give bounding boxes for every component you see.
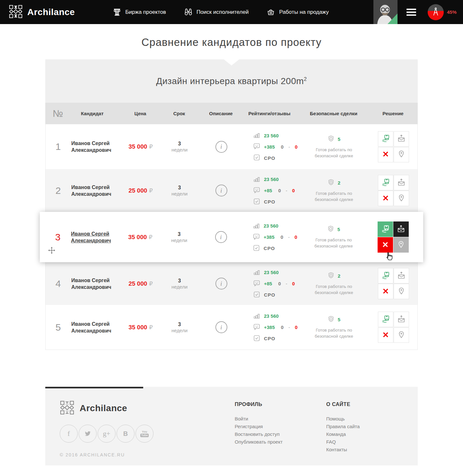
vk-link[interactable]: B (117, 425, 135, 443)
reject-button[interactable] (378, 147, 393, 162)
info-icon: i (220, 187, 222, 194)
main-navigation: Биржа проектов Поиск исполнителей (113, 8, 329, 16)
youtube-link[interactable]: You Tube (135, 425, 153, 443)
safe-deals-count: 5 (337, 227, 340, 232)
footer-link-help[interactable]: Помощь (326, 415, 360, 423)
mail-send-icon (397, 178, 406, 187)
location-pin-button[interactable] (394, 284, 409, 299)
description-info-button[interactable]: i (215, 141, 227, 153)
make-deal-button[interactable] (378, 221, 393, 237)
make-deal-button[interactable] (378, 268, 393, 283)
footer-link-site-rules[interactable]: Правила сайта (326, 423, 360, 430)
reject-button[interactable] (378, 191, 393, 206)
nav-item-works-for-sale[interactable]: Работы на продажу (266, 8, 329, 16)
nav-item-find-contractors[interactable]: Поиск исполнителей (184, 8, 249, 16)
location-pin-button[interactable] (394, 147, 409, 162)
twitter-link[interactable] (79, 425, 97, 443)
checkbox-icon (253, 244, 260, 253)
reviews-negative: 0 (294, 234, 297, 240)
views-count: 23 560 (264, 133, 279, 138)
price-value: 35 000 (128, 143, 147, 150)
safe-deal-note: Готов работать по безопасной сделке (306, 237, 361, 249)
make-deal-button[interactable] (378, 131, 393, 147)
location-pin-plus-icon (397, 194, 406, 203)
reject-x-icon (382, 288, 389, 295)
footer-link-register[interactable]: Регистрация (235, 423, 283, 430)
description-info-button[interactable]: i (215, 231, 227, 243)
drag-handle-icon[interactable] (48, 246, 56, 256)
nav-item-projects-exchange[interactable]: Биржа проектов (113, 8, 166, 16)
price-value: 25 000 (128, 280, 147, 287)
term-unit: недели (171, 147, 188, 153)
user-avatar[interactable] (373, 0, 397, 24)
vk-icon: B (123, 430, 128, 437)
topbar-right: 45% (373, 0, 463, 24)
safe-deals-count: 5 (338, 317, 340, 322)
candidates-comparison-table: № Кандидат Цена Срок Описание Рейтинги/о… (45, 103, 418, 350)
safe-deals-count: 2 (338, 180, 340, 186)
footer-link-team[interactable]: Команда (326, 430, 360, 438)
mail-send-icon (397, 315, 406, 324)
candidate-name-link[interactable]: Иванов Сергей Александрович (71, 321, 119, 334)
safe-deals-cell: 2 Готов работать по безопасной сделке (299, 178, 369, 203)
candidate-name-link[interactable]: Иванов Сергей Александрович (71, 140, 119, 153)
send-message-button[interactable] (394, 312, 409, 327)
reject-x-icon (382, 195, 389, 202)
send-message-button[interactable] (394, 131, 409, 147)
currency-symbol: ₽ (149, 280, 153, 287)
candidate-name-link[interactable]: Иванов Сергей Александрович (71, 230, 119, 244)
description-info-button[interactable]: i (215, 321, 227, 333)
footer-link-publish-project[interactable]: Опубликовать проект (235, 438, 283, 446)
footer-column-profile: ПРОФИЛЬ Войти Регистрация Востановить до… (235, 402, 283, 446)
reject-x-icon (382, 151, 389, 158)
send-message-button[interactable] (394, 268, 409, 283)
hamburger-menu-icon[interactable] (406, 7, 416, 17)
reject-x-icon (382, 241, 389, 249)
row-number: 5 (46, 322, 71, 333)
profile-progress-badge[interactable] (428, 4, 444, 20)
location-pin-plus-icon (397, 331, 406, 340)
location-pin-button[interactable] (393, 237, 409, 253)
make-deal-button[interactable] (378, 312, 393, 327)
brand-logo[interactable]: Archilance (0, 4, 75, 20)
send-message-button[interactable] (394, 175, 409, 190)
comment-smiley-icon (253, 143, 260, 151)
safe-deals-cell: 5 Готов работать по безопасной сделке (299, 315, 369, 339)
shield-icon (327, 225, 334, 234)
location-pin-button[interactable] (394, 327, 409, 343)
footer-link-login[interactable]: Войти (235, 415, 283, 423)
comment-smiley-icon (253, 280, 260, 288)
candidate-name-link[interactable]: Иванов Сергей Александрович (71, 277, 119, 290)
col-header-safe-deals: Безопасные сделки (299, 111, 368, 116)
sro-certificate: СРО (264, 292, 275, 298)
reject-button[interactable] (378, 237, 393, 253)
reject-button[interactable] (378, 284, 393, 299)
top-navigation-bar: Archilance Биржа проектов (0, 0, 463, 24)
reject-button[interactable] (378, 327, 393, 343)
send-message-button[interactable] (393, 221, 409, 237)
candidate-name-link[interactable]: Иванов Сергей Александрович (71, 184, 119, 197)
project-band: Дизайн интерьера квартиры 200m2 (45, 59, 418, 103)
safe-deals-cell: 5 Готов работать по безопасной сделке (299, 135, 369, 159)
row-number: 4 (46, 278, 71, 289)
stats-bars-icon (253, 222, 260, 230)
copyright-text: © 2016 ARCHILANCE.RU (60, 452, 153, 457)
checkbox-icon (253, 198, 260, 206)
footer-logo[interactable]: Archilance (60, 400, 153, 416)
currency-symbol: ₽ (149, 234, 152, 241)
views-count: 23 560 (264, 270, 279, 275)
footer-link-faq[interactable]: FAQ (326, 438, 360, 446)
google-plus-link[interactable]: g+ (98, 425, 116, 443)
facebook-link[interactable]: f (60, 425, 78, 443)
ratings-cell: 23 560 +3850-0 СРО (240, 222, 299, 253)
sro-certificate: СРО (264, 155, 275, 161)
profile-progress-percent: 45% (447, 9, 457, 15)
footer-link-restore-access[interactable]: Востановить доступ (235, 430, 283, 438)
safe-deal-note: Готов работать по безопасной сделке (307, 190, 361, 203)
description-info-button[interactable]: i (215, 278, 227, 290)
make-deal-button[interactable] (378, 175, 393, 190)
description-info-button[interactable]: i (215, 185, 227, 196)
location-pin-button[interactable] (394, 191, 409, 206)
reviews-neutral: 0 (281, 144, 284, 150)
footer-link-contacts[interactable]: Контакты (326, 446, 360, 454)
